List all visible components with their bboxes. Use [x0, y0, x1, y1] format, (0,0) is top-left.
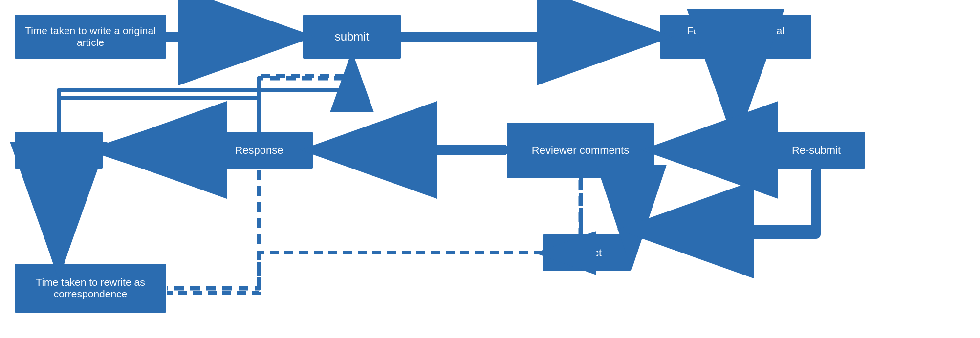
reject-right-box: Reject — [543, 234, 631, 271]
response-box: Response — [205, 132, 313, 169]
reject-left-box: Reject — [15, 132, 103, 169]
reviewer-comments-box: Reviewer comments — [507, 123, 654, 178]
format-journal-box: Format as per journal requirements — [660, 15, 811, 59]
submit-box: submit — [303, 15, 401, 59]
rewrite-correspondence-box: Time taken to rewrite as correspondence — [15, 264, 166, 313]
flowchart: Time taken to write a original article s… — [0, 0, 980, 338]
write-article-box: Time taken to write a original article — [15, 15, 166, 59]
resubmit-box: Re-submit — [767, 132, 865, 169]
